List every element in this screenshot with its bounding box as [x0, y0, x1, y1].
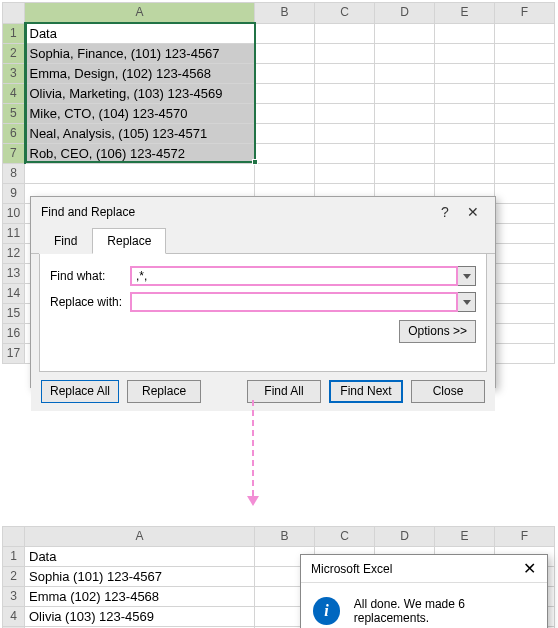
find-what-label: Find what: [50, 269, 130, 283]
flow-arrow-icon [252, 400, 254, 504]
close-button[interactable]: Close [411, 380, 485, 403]
col-header-F[interactable]: F [495, 527, 555, 547]
alert-titlebar[interactable]: Microsoft Excel ✕ [301, 555, 547, 583]
find-history-dropdown[interactable] [458, 266, 476, 286]
find-all-button[interactable]: Find All [247, 380, 321, 403]
cell-A4[interactable]: Olivia (103) 123-4569 [25, 607, 255, 627]
find-next-button[interactable]: Find Next [329, 380, 403, 403]
help-icon[interactable]: ? [431, 204, 459, 220]
dialog-titlebar[interactable]: Find and Replace ? ✕ [31, 197, 495, 227]
cell-A6[interactable]: Neal, Analysis, (105) 123-4571 [25, 124, 255, 144]
col-header-E[interactable]: E [435, 527, 495, 547]
replace-button[interactable]: Replace [127, 380, 201, 403]
alert-dialog: Microsoft Excel ✕ i All done. We made 6 … [300, 554, 548, 628]
row-header[interactable]: 13 [3, 264, 25, 284]
row-header[interactable]: 15 [3, 304, 25, 324]
find-replace-dialog: Find and Replace ? ✕ Find Replace Find w… [30, 196, 496, 388]
cell-A2[interactable]: Sophia (101) 123-4567 [25, 567, 255, 587]
close-icon[interactable]: ✕ [459, 204, 487, 220]
row-header[interactable]: 4 [3, 84, 25, 104]
row-header[interactable]: 17 [3, 344, 25, 364]
replace-with-label: Replace with: [50, 295, 130, 309]
row-header[interactable]: 16 [3, 324, 25, 344]
tab-find[interactable]: Find [39, 228, 92, 254]
cell-A5[interactable]: Mike, CTO, (104) 123-4570 [25, 104, 255, 124]
col-header-F[interactable]: F [495, 3, 555, 24]
col-header-C[interactable]: C [315, 3, 375, 24]
row-header[interactable]: 6 [3, 124, 25, 144]
find-what-input[interactable] [130, 266, 458, 286]
cell-A3[interactable]: Emma, Design, (102) 123-4568 [25, 64, 255, 84]
col-header-D[interactable]: D [375, 527, 435, 547]
row-header[interactable]: 10 [3, 204, 25, 224]
replace-all-button[interactable]: Replace All [41, 380, 119, 403]
replace-history-dropdown[interactable] [458, 292, 476, 312]
col-header-B[interactable]: B [255, 3, 315, 24]
row-header[interactable]: 1 [3, 23, 25, 44]
col-header-A[interactable]: A [25, 3, 255, 24]
col-header-D[interactable]: D [375, 3, 435, 24]
col-header-C[interactable]: C [315, 527, 375, 547]
cell-A2[interactable]: Sophia, Finance, (101) 123-4567 [25, 44, 255, 64]
select-all-corner[interactable] [3, 3, 25, 24]
row-header[interactable]: 9 [3, 184, 25, 204]
row-header[interactable]: 3 [3, 64, 25, 84]
cell-A1[interactable]: Data [25, 547, 255, 567]
options-button[interactable]: Options >> [399, 320, 476, 343]
row-header[interactable]: 2 [3, 567, 25, 587]
row-header[interactable]: 14 [3, 284, 25, 304]
alert-title: Microsoft Excel [311, 562, 517, 576]
row-header[interactable]: 7 [3, 144, 25, 164]
row-header[interactable]: 4 [3, 607, 25, 627]
cell-A7[interactable]: Rob, CEO, (106) 123-4572 [25, 144, 255, 164]
row-header[interactable]: 5 [3, 104, 25, 124]
replace-with-input[interactable] [130, 292, 458, 312]
row-header[interactable]: 3 [3, 587, 25, 607]
dialog-title: Find and Replace [41, 205, 431, 219]
cell-A1[interactable]: Data [25, 23, 255, 44]
row-header[interactable]: 12 [3, 244, 25, 264]
fill-handle[interactable] [252, 159, 258, 165]
select-all-corner[interactable] [3, 527, 25, 547]
row-header[interactable]: 2 [3, 44, 25, 64]
alert-text: All done. We made 6 replacements. [354, 597, 535, 625]
row-header[interactable]: 1 [3, 547, 25, 567]
row-header[interactable]: 11 [3, 224, 25, 244]
tab-replace[interactable]: Replace [92, 228, 166, 254]
cell-A3[interactable]: Emma (102) 123-4568 [25, 587, 255, 607]
cell-A4[interactable]: Olivia, Marketing, (103) 123-4569 [25, 84, 255, 104]
col-header-E[interactable]: E [435, 3, 495, 24]
info-icon: i [313, 597, 340, 625]
col-header-A[interactable]: A [25, 527, 255, 547]
col-header-B[interactable]: B [255, 527, 315, 547]
close-icon[interactable]: ✕ [517, 559, 541, 578]
row-header[interactable]: 8 [3, 164, 25, 184]
